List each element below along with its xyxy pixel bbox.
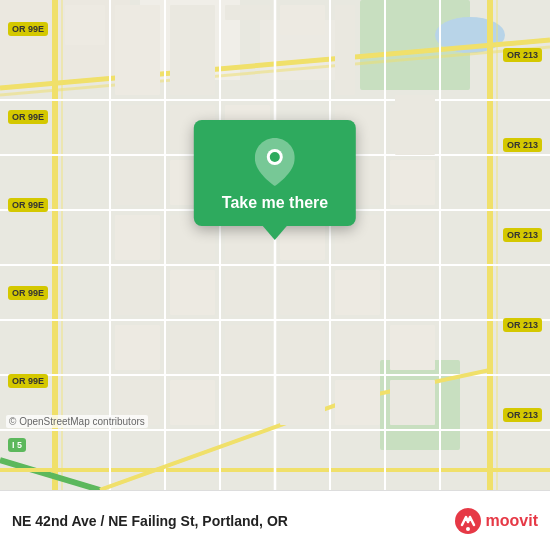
route-badge-213-5: OR 213 bbox=[503, 408, 542, 422]
address-section: NE 42nd Ave / NE Failing St, Portland, O… bbox=[12, 513, 288, 529]
svg-rect-61 bbox=[170, 380, 215, 425]
moovit-text: moovit bbox=[486, 512, 538, 530]
svg-point-74 bbox=[270, 152, 280, 162]
svg-rect-63 bbox=[280, 380, 325, 425]
svg-rect-64 bbox=[335, 380, 380, 425]
svg-rect-71 bbox=[335, 5, 355, 95]
svg-rect-56 bbox=[225, 325, 270, 370]
moovit-logo: moovit bbox=[454, 507, 538, 535]
svg-point-76 bbox=[466, 527, 470, 531]
map: OR 99E OR 99E OR 99E OR 99E OR 99E OR 21… bbox=[0, 0, 550, 490]
svg-rect-50 bbox=[225, 270, 270, 315]
route-badge-213-2: OR 213 bbox=[503, 138, 542, 152]
svg-rect-54 bbox=[115, 325, 160, 370]
route-badge-99e-2: OR 99E bbox=[8, 110, 48, 124]
svg-rect-66 bbox=[65, 5, 105, 45]
svg-rect-69 bbox=[225, 5, 270, 20]
svg-rect-67 bbox=[115, 5, 160, 95]
svg-rect-58 bbox=[335, 325, 380, 370]
svg-rect-52 bbox=[335, 270, 380, 315]
route-badge-213-1: OR 213 bbox=[503, 48, 542, 62]
address-text: NE 42nd Ave / NE Failing St, Portland, O… bbox=[12, 513, 288, 529]
svg-rect-57 bbox=[280, 325, 325, 370]
bottom-bar: NE 42nd Ave / NE Failing St, Portland, O… bbox=[0, 490, 550, 550]
svg-rect-70 bbox=[280, 5, 325, 35]
svg-rect-59 bbox=[390, 325, 435, 370]
route-badge-i5: I 5 bbox=[8, 438, 26, 452]
svg-rect-53 bbox=[390, 270, 435, 315]
svg-rect-62 bbox=[225, 380, 270, 425]
svg-rect-36 bbox=[115, 160, 160, 205]
map-attribution: © OpenStreetMap contributors bbox=[6, 415, 148, 428]
location-icon bbox=[251, 138, 299, 186]
svg-rect-72 bbox=[395, 95, 435, 155]
svg-rect-31 bbox=[115, 105, 160, 150]
route-badge-99e-5: OR 99E bbox=[8, 374, 48, 388]
svg-rect-49 bbox=[170, 270, 215, 315]
moovit-icon bbox=[454, 507, 482, 535]
popup-label: Take me there bbox=[222, 194, 328, 212]
route-badge-213-4: OR 213 bbox=[503, 318, 542, 332]
popup-card[interactable]: Take me there bbox=[194, 120, 356, 226]
svg-rect-41 bbox=[390, 160, 435, 205]
route-badge-99e-3: OR 99E bbox=[8, 198, 48, 212]
svg-rect-42 bbox=[115, 215, 160, 260]
svg-rect-47 bbox=[390, 215, 435, 260]
route-badge-213-3: OR 213 bbox=[503, 228, 542, 242]
route-badge-99e-1: OR 99E bbox=[8, 22, 48, 36]
svg-rect-68 bbox=[170, 5, 215, 95]
svg-rect-65 bbox=[390, 380, 435, 425]
svg-rect-55 bbox=[170, 325, 215, 370]
svg-rect-51 bbox=[280, 270, 325, 315]
svg-rect-48 bbox=[115, 270, 160, 315]
route-badge-99e-4: OR 99E bbox=[8, 286, 48, 300]
